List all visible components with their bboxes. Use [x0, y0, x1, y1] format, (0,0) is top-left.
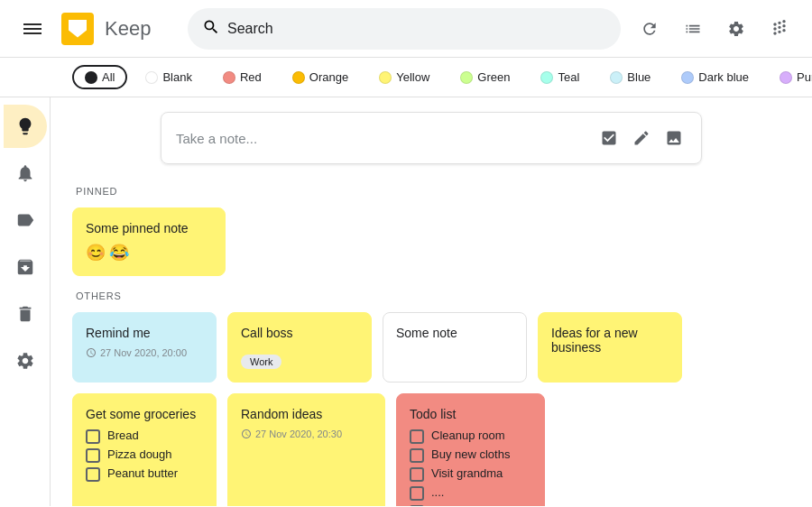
note-card-remind-me[interactable]: Remind me 27 Nov 2020, 20:00: [72, 312, 217, 383]
note-date-remind-me: 27 Nov 2020, 20:00: [86, 347, 203, 358]
filter-chip-blue[interactable]: Blue: [597, 65, 663, 89]
sidebar-item-trash[interactable]: [4, 292, 47, 336]
note-title-ideas-business: Ideas for a new business: [551, 326, 669, 355]
note-card-random-ideas[interactable]: Random ideas 27 Nov 2020, 20:30: [227, 393, 385, 506]
check-label-grandma: Visit grandma: [431, 466, 503, 480]
filter-label-blue: Blue: [627, 70, 651, 84]
filter-chip-orange[interactable]: Orange: [280, 65, 361, 89]
note-title-remind-me: Remind me: [86, 326, 203, 340]
note-input-actions: [596, 125, 687, 151]
note-date-text-remind-me: 27 Nov 2020, 20:00: [100, 347, 187, 358]
note-title-random-ideas: Random ideas: [241, 407, 372, 421]
sidebar-item-settings[interactable]: [4, 339, 47, 383]
filter-dot-dark-blue: [681, 71, 694, 84]
checklist-item-pizza: Pizza dough: [86, 447, 203, 463]
check-label-cleanup: Cleanup room: [431, 429, 505, 442]
check-label-peanut: Peanut butter: [107, 466, 178, 480]
app-title: Keep: [105, 17, 151, 41]
filter-label-green: Green: [477, 70, 510, 84]
filter-label-blank: Blank: [162, 70, 192, 84]
emoji-laugh: 😂: [109, 243, 129, 263]
note-input[interactable]: Take a note...: [161, 112, 702, 164]
filter-dot-all: [85, 71, 97, 84]
filter-chip-yellow[interactable]: Yellow: [366, 65, 442, 89]
checkbox-icon[interactable]: [596, 125, 622, 151]
list-view-button[interactable]: [675, 11, 711, 47]
note-input-placeholder: Take a note...: [176, 131, 589, 146]
image-icon[interactable]: [661, 125, 687, 151]
search-input[interactable]: [227, 21, 606, 37]
checkbox-dots-2[interactable]: [410, 505, 424, 506]
note-tag-work: Work: [241, 347, 358, 369]
svg-rect-2: [23, 32, 42, 34]
note-title-call-boss: Call boss: [241, 326, 358, 340]
note-card-pinned-1[interactable]: Some pinned note 😊 😂: [72, 207, 226, 276]
apps-button[interactable]: [761, 11, 798, 47]
sidebar: [0, 97, 51, 506]
check-label-cloths: Buy new cloths: [431, 447, 510, 461]
checkbox-bread[interactable]: [86, 429, 100, 444]
filter-chip-all[interactable]: All: [72, 65, 127, 89]
emoji-smile: 😊: [86, 243, 106, 263]
filter-dot-orange: [292, 71, 305, 84]
checklist-item-dots-2: ....: [410, 504, 531, 506]
checkbox-cleanup[interactable]: [410, 429, 424, 444]
note-date-text-random-ideas: 27 Nov 2020, 20:30: [255, 429, 342, 439]
search-icon: [202, 18, 220, 40]
filter-chip-blank[interactable]: Blank: [133, 65, 205, 89]
refresh-button[interactable]: [632, 11, 668, 47]
topbar-right: [632, 11, 798, 47]
note-card-todo[interactable]: Todo list Cleanup room Buy new cloths Vi…: [396, 393, 545, 506]
checklist-item-peanut: Peanut butter: [86, 466, 203, 482]
note-title-groceries: Get some groceries: [86, 407, 203, 421]
main-content: Take a note... PINNED Some pinned note: [51, 97, 812, 506]
main-layout: Take a note... PINNED Some pinned note: [0, 97, 812, 506]
filter-chip-purple[interactable]: Purple: [767, 65, 812, 89]
filter-label-dark-blue: Dark blue: [698, 70, 749, 84]
filter-dot-blank: [145, 71, 158, 84]
checkbox-grandma[interactable]: [410, 467, 424, 482]
sidebar-item-notes[interactable]: [4, 105, 47, 148]
note-card-some-note[interactable]: Some note: [383, 312, 527, 383]
check-label-bread: Bread: [107, 429, 139, 442]
filter-label-orange: Orange: [309, 70, 348, 84]
edit-icon[interactable]: [629, 125, 654, 151]
filter-dot-teal: [540, 71, 553, 84]
filter-chip-green[interactable]: Green: [448, 65, 522, 89]
check-label-dots-2: ....: [431, 504, 444, 506]
check-label-dots-1: ....: [431, 485, 444, 499]
sidebar-item-archive[interactable]: [4, 245, 47, 289]
filter-label-all: All: [102, 70, 115, 84]
checkbox-pizza[interactable]: [86, 448, 100, 463]
filter-dot-green: [460, 71, 473, 84]
note-card-groceries[interactable]: Get some groceries Bread Pizza dough Pea…: [72, 393, 217, 506]
keep-logo: [61, 13, 94, 45]
checkbox-dots-1[interactable]: [410, 486, 424, 501]
settings-button[interactable]: [718, 11, 754, 47]
sidebar-item-reminders[interactable]: [4, 152, 47, 195]
note-date-random-ideas: 27 Nov 2020, 20:30: [241, 429, 372, 439]
checkbox-peanut[interactable]: [86, 467, 100, 482]
filter-dot-red: [223, 71, 235, 84]
filter-label-yellow: Yellow: [396, 70, 429, 84]
topbar: Keep: [0, 0, 812, 58]
note-title-some-note: Some note: [396, 326, 513, 340]
checklist-item-grandma: Visit grandma: [410, 466, 531, 482]
checkbox-cloths[interactable]: [410, 448, 424, 463]
note-card-ideas-business[interactable]: Ideas for a new business: [538, 312, 682, 383]
filter-chip-dark-blue[interactable]: Dark blue: [669, 65, 761, 89]
topbar-left: Keep: [14, 11, 177, 47]
tag-work: Work: [241, 355, 281, 369]
checklist-item-dots-1: ....: [410, 485, 531, 501]
filter-bar: All Blank Red Orange Yellow Green Teal B…: [0, 58, 812, 97]
search-bar[interactable]: [188, 8, 621, 50]
hamburger-button[interactable]: [14, 11, 51, 47]
filter-dot-purple: [780, 71, 792, 84]
pinned-label: PINNED: [72, 186, 790, 197]
note-card-call-boss[interactable]: Call boss Work: [227, 312, 372, 383]
note-title-todo: Todo list: [410, 407, 531, 421]
sidebar-item-labels[interactable]: [4, 198, 47, 242]
filter-chip-teal[interactable]: Teal: [528, 65, 592, 89]
filter-dot-yellow: [379, 71, 392, 84]
filter-chip-red[interactable]: Red: [210, 65, 274, 89]
